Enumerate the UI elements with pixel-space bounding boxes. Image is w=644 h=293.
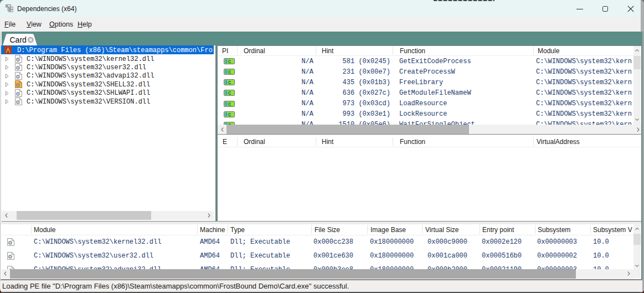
svg-text:Card: Card (10, 35, 27, 44)
svg-text:C: C (228, 91, 231, 96)
svg-text:C: C (228, 59, 231, 64)
svg-text:C: C (228, 101, 231, 106)
svg-text:C: C (228, 80, 231, 85)
svg-text:C: C (228, 112, 231, 117)
svg-text:C: C (228, 70, 231, 75)
